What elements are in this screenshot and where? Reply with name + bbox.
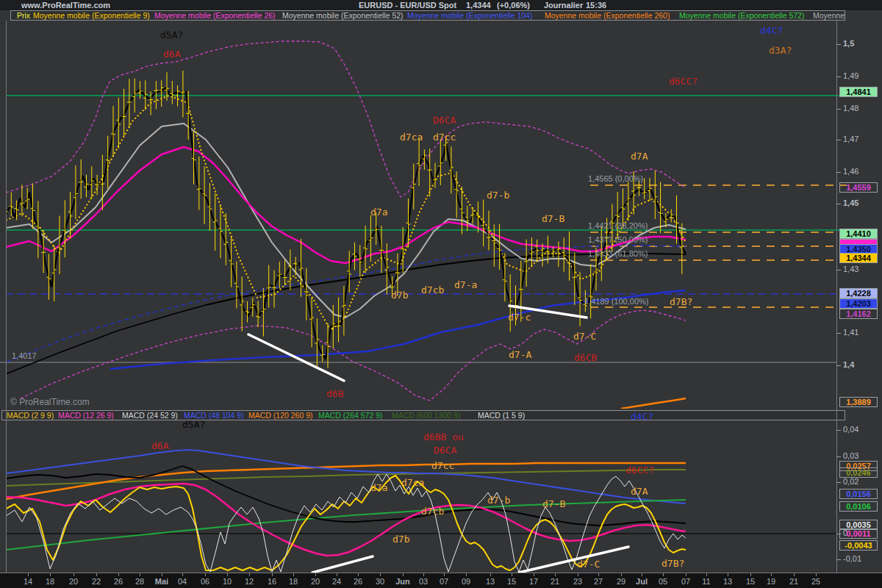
- y-tick-mark: [836, 76, 841, 77]
- price-legend-item[interactable]: Moyenne mobile (Exponentielle 104): [407, 11, 532, 20]
- wave-annotation[interactable]: d7cb: [421, 506, 444, 517]
- x-tick-mark: [205, 573, 206, 576]
- wave-annotation[interactable]: d7-C: [573, 331, 596, 342]
- wave-annotation[interactable]: d4C?: [760, 25, 783, 36]
- price-legend-item[interactable]: Moyenne: [813, 11, 845, 20]
- x-axis-label: 07: [440, 577, 448, 586]
- x-axis-label: 22: [92, 577, 101, 586]
- date-axis[interactable]: 141820222628Mai04061012161820242630Jun03…: [0, 573, 882, 588]
- price-badge: 1,4344: [839, 253, 878, 263]
- x-axis-label: 10: [223, 577, 232, 586]
- wave-annotation[interactable]: d7-c: [508, 312, 531, 323]
- y-tick-label: 1,43: [843, 265, 858, 273]
- wave-annotation[interactable]: d6A: [151, 440, 168, 451]
- wave-annotation[interactable]: d6B: [326, 388, 343, 399]
- fib-retracement-label: 1,4565 (0,00%): [588, 174, 643, 183]
- macd-legend-item[interactable]: MACD (120 260 9): [248, 411, 313, 420]
- price-legend-item[interactable]: Moyenne mobile (Exponentielle 9): [33, 11, 150, 20]
- wave-annotation[interactable]: d7-B: [542, 498, 565, 509]
- wave-annotation[interactable]: d6CC?: [625, 465, 654, 476]
- y-tick-label: 0,02: [843, 477, 858, 486]
- y-tick-label: 1,5: [843, 39, 854, 48]
- wave-annotation[interactable]: d7cc: [431, 460, 454, 471]
- wave-annotation[interactable]: d6CC?: [669, 76, 698, 87]
- x-axis-label: 07: [681, 577, 690, 586]
- macd-legend-item[interactable]: MACD (12 26 9): [58, 411, 114, 420]
- wave-annotation[interactable]: d6A: [163, 49, 180, 60]
- wave-annotation[interactable]: d7A: [631, 486, 648, 497]
- y-tick-label: 1,47: [843, 135, 858, 143]
- x-axis-label: 26: [354, 577, 362, 586]
- y-tick-label: 0,03: [843, 451, 858, 460]
- y-tick-label: -0,01: [843, 554, 861, 563]
- x-tick-mark: [162, 573, 162, 576]
- x-tick-mark: [96, 573, 97, 576]
- wave-annotation[interactable]: d6BB ou: [423, 431, 464, 442]
- wave-annotation[interactable]: D6CA: [433, 115, 456, 126]
- wave-annotation[interactable]: d7B?: [670, 296, 692, 307]
- wave-annotation[interactable]: d3A?: [769, 45, 792, 56]
- wave-annotation[interactable]: d7ca: [401, 477, 424, 488]
- wave-annotation[interactable]: d7-B: [542, 213, 564, 224]
- price-badge: 0,0156: [839, 489, 878, 499]
- wave-annotation[interactable]: d7cc: [433, 132, 456, 143]
- wave-annotation[interactable]: d7-A: [509, 349, 531, 360]
- price-legend-item[interactable]: Moyenne mobile (Exponentielle 52): [282, 11, 404, 20]
- macd-legend-item[interactable]: MACD (2 9 9): [7, 411, 54, 420]
- macd-chart-panel[interactable]: [0, 420, 882, 573]
- wave-annotation[interactable]: d7a: [370, 207, 387, 218]
- x-tick-mark: [686, 573, 686, 576]
- wave-annotation[interactable]: d7ca: [400, 132, 423, 143]
- x-tick-mark: [444, 573, 445, 576]
- y-tick-mark: [836, 140, 841, 140]
- wave-annotation[interactable]: d7-C: [577, 559, 600, 570]
- y-tick-label: 1,45: [843, 198, 858, 207]
- macd-legend-item[interactable]: MACD (264 572 9): [318, 411, 383, 420]
- x-tick-mark: [140, 573, 140, 576]
- price-level-label: 1,4017: [12, 351, 37, 360]
- x-tick-mark: [512, 573, 512, 576]
- y-tick-mark: [836, 270, 841, 270]
- wave-annotation[interactable]: d4C?: [631, 411, 653, 422]
- y-tick-mark: [836, 333, 841, 334]
- chart-symbol-title: EURUSD - EUR/USD Spot: [359, 0, 456, 10]
- x-tick-mark: [293, 573, 294, 576]
- y-tick-mark: [836, 430, 841, 431]
- price-change: (+0,06%): [497, 0, 530, 10]
- x-axis-label: Jul: [636, 577, 648, 586]
- wave-annotation[interactable]: d5A?: [182, 419, 205, 430]
- wave-annotation[interactable]: d6CB: [574, 352, 597, 363]
- price-legend-item[interactable]: Moyenne mobile (Exponentielle 572): [679, 11, 804, 20]
- wave-annotation[interactable]: d5A?: [160, 29, 183, 40]
- x-tick-mark: [403, 573, 404, 576]
- wave-annotation[interactable]: d7a: [370, 482, 387, 493]
- wave-annotation[interactable]: d7b: [391, 290, 408, 301]
- wave-annotation[interactable]: D6CA: [434, 445, 456, 456]
- price-legend-item[interactable]: Moyenne mobile (Exponentielle 26): [154, 11, 276, 20]
- price-badge: 1,4228: [839, 288, 878, 298]
- wave-annotation[interactable]: d7cb: [421, 284, 444, 295]
- price-legend-item[interactable]: Moyenne mobile (Exponentielle 260): [545, 11, 670, 20]
- x-tick-mark: [337, 573, 337, 576]
- macd-legend-item[interactable]: MACD (1 5 9): [478, 411, 525, 420]
- site-logo[interactable]: www.ProRealTime.com: [21, 0, 110, 10]
- x-tick-mark: [227, 573, 228, 576]
- wave-annotation[interactable]: d7-a: [454, 279, 477, 290]
- wave-annotation[interactable]: d7-b: [487, 190, 509, 201]
- wave-annotation[interactable]: d7A: [631, 151, 648, 162]
- price-legend: PrixMoyenne mobile (Exponentielle 9)Moye…: [10, 10, 845, 21]
- wave-annotation[interactable]: d7-b: [487, 495, 510, 506]
- x-axis-label: 13: [723, 577, 732, 586]
- price-legend-item[interactable]: Prix: [17, 11, 30, 20]
- x-tick-mark: [706, 573, 707, 576]
- main-chart-panel[interactable]: [0, 21, 882, 409]
- x-axis-label: 28: [135, 577, 144, 586]
- macd-legend-item[interactable]: MACD (24 52 9): [122, 411, 178, 420]
- x-tick-mark: [771, 573, 772, 576]
- macd-legend-item[interactable]: MACD (600 1300 9): [392, 411, 460, 420]
- price-badge: -0,0043: [839, 540, 878, 551]
- x-tick-mark: [249, 573, 250, 576]
- wave-annotation[interactable]: d7b: [392, 534, 409, 545]
- x-axis-label: 06: [201, 577, 209, 586]
- wave-annotation[interactable]: d7B?: [662, 558, 684, 569]
